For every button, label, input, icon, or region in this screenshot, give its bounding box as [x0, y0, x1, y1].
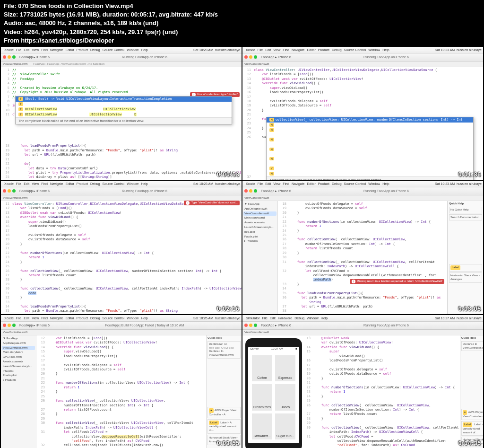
audio-label: Audio:: [4, 19, 23, 26]
thumbnail-grid: Xcode FileEdit ViewFind NavigateEditor P…: [0, 47, 484, 448]
timestamp: 0:04:35: [458, 440, 481, 448]
ios-simulator[interactable]: Carrier10:27 AM■ Coffee Espresso French …: [245, 335, 302, 448]
frame-3: Xcode FileEdit ViewFind NavigateEditor P…: [1, 181, 242, 314]
timestamp: 0:03:05: [458, 306, 481, 313]
timestamp: 0:01:36: [458, 171, 481, 179]
inspector-panel: Quick Help No Quick Help Search Document…: [448, 201, 483, 314]
food-cell[interactable]: Coffee: [252, 355, 272, 381]
file-value: 070 Show foods in Collection View.mp4: [18, 2, 133, 9]
food-cell[interactable]: Strawberr...: [252, 413, 272, 439]
code-editor[interactable]: 11class ViewController: UIViewController…: [1, 201, 242, 314]
autocomplete-popup[interactable]: T(Bool, Bool) -> Void UICollectionViewLa…: [15, 96, 232, 124]
timestamp: 0:02:16: [217, 306, 240, 313]
timestamp: 0:00:53: [217, 171, 240, 179]
autocomplete-popup[interactable]: McollectionView(_ collectionView: UIColl…: [266, 117, 474, 180]
food-cell[interactable]: French fries: [252, 384, 272, 410]
frame-4: Xcode FileEdit ViewFind NavigateEditor P…: [242, 181, 483, 314]
frame-1: Xcode FileEdit ViewFind NavigateEditor P…: [1, 47, 242, 180]
video-value: h264, yuv420p, 1280x720, 254 kb/s, 29.17…: [24, 28, 178, 35]
file-label: File:: [4, 2, 17, 9]
video-label: Video:: [4, 28, 23, 35]
tab-bar: ViewController.swift FoodApp › FoodApp ›…: [1, 61, 242, 67]
frame-6: Simulator File Edit Hardware Debug Windo…: [242, 315, 483, 448]
error-banner: Missing return in a function expected to…: [350, 279, 444, 284]
food-cell[interactable]: Honey: [275, 384, 295, 410]
project-navigator[interactable]: ▼ FoodApp AppDelegate.swift ViewControll…: [242, 201, 278, 314]
food-cell[interactable]: Espresso: [275, 355, 295, 381]
frame-2: Xcode FileEdit ViewFind NavigateEditor P…: [242, 47, 483, 180]
xcode-toolbar: FoodApp ▸ iPhone 6 Running FoodApp on iP…: [1, 53, 242, 61]
timestamp: 0:03:55: [217, 440, 240, 448]
audio-value: aac, 48000 Hz, 2 channels, s16, 189 kb/s…: [25, 19, 159, 26]
error-banner: Type 'ViewController' does not conf...: [184, 201, 240, 205]
menubar: Xcode FileEdit ViewFind NavigateEditor P…: [1, 47, 242, 53]
from-label: From: [4, 37, 19, 44]
food-cell[interactable]: Sugar cub...: [275, 413, 295, 439]
inspector-panel: Quick Help Declaration let cellFood: CVC…: [206, 335, 242, 448]
size-label: Size:: [4, 11, 18, 18]
collection-view[interactable]: Coffee Espresso French fries Honey Straw…: [248, 351, 299, 443]
size-value: 17731025 bytes (16.91 MiB), duration: 00…: [20, 11, 218, 18]
from-url: https://sanet.st/blogs/Developer: [21, 37, 114, 44]
project-navigator[interactable]: ▼ FoodApp AppDelegate.swift ViewControll…: [1, 335, 36, 448]
iphone-frame: Carrier10:27 AM■ Coffee Espresso French …: [245, 338, 302, 448]
frame-5: Xcode FileEdit ViewFind NavigateEditor P…: [1, 315, 242, 448]
inspector-panel: Quick Help Declared In ViewController.sw…: [460, 335, 483, 448]
media-info-header: File: 070 Show foods in Collection View.…: [0, 0, 484, 47]
